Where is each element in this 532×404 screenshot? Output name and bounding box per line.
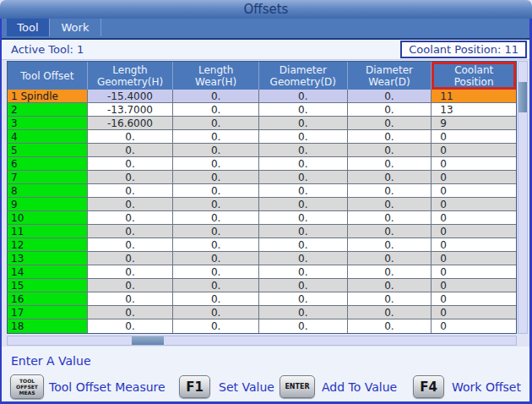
offset-value-cell[interactable]: 0. [348,171,432,184]
offset-value-cell[interactable]: 0. [173,157,259,171]
offset-value-cell[interactable]: 0. [259,225,348,238]
offset-value-cell[interactable]: 0. [173,265,259,279]
offset-value-cell[interactable]: 0. [348,265,432,279]
offset-value-cell[interactable]: 0. [88,319,174,333]
offset-value-cell[interactable]: 0. [348,225,432,238]
offset-value-cell[interactable]: 0. [88,306,174,319]
tool-offset-cell[interactable]: 5 [8,144,88,157]
coolant-position-cell[interactable]: 0 [432,252,516,265]
coolant-position-cell[interactable]: 0 [432,225,516,238]
offset-value-cell[interactable]: 0. [173,90,259,103]
offset-value-cell[interactable]: 0. [259,211,348,225]
enter-key[interactable]: ENTER [280,375,315,398]
coolant-position-cell[interactable]: 0 [432,184,516,198]
coolant-position-cell[interactable]: 9 [432,117,516,130]
offset-value-cell[interactable]: 0. [88,225,174,238]
offset-value-cell[interactable]: 0. [88,144,174,157]
offset-value-cell[interactable]: 0. [88,171,174,184]
offset-value-cell[interactable]: 0. [88,265,174,279]
coolant-position-cell[interactable]: 0 [432,319,516,333]
offset-value-cell[interactable]: 0. [259,130,348,144]
offset-value-cell[interactable]: 0. [173,184,259,198]
offset-value-cell[interactable]: 0. [259,184,348,198]
offset-value-cell[interactable]: 0. [348,198,432,211]
coolant-position-cell[interactable]: 0 [432,157,516,171]
tool-offset-cell[interactable]: 15 [8,279,88,292]
offset-value-cell[interactable]: 0. [348,157,432,171]
offset-value-cell[interactable]: 0. [348,319,432,333]
offset-value-cell[interactable]: 0. [348,130,432,144]
tool-offset-cell[interactable]: 17 [8,306,88,319]
offset-value-cell[interactable]: 0. [173,130,259,144]
tool-offset-measure-key[interactable]: TOOL OFFSET MEAS [10,374,44,399]
offset-value-cell[interactable]: 0. [173,306,259,319]
tool-offset-cell[interactable]: 14 [8,265,88,279]
offset-value-cell[interactable]: 0. [259,90,348,103]
offset-value-cell[interactable]: 0. [173,103,259,117]
offset-value-cell[interactable]: 0. [259,157,348,171]
tool-offset-cell[interactable]: 13 [8,252,88,265]
tab-tool[interactable]: Tool [7,19,49,36]
f1-key[interactable]: F1 [179,375,210,398]
coolant-position-cell[interactable]: 0 [432,306,516,319]
offset-value-cell[interactable]: 0. [259,171,348,184]
tool-offset-cell[interactable]: 10 [8,211,88,225]
offset-value-cell[interactable]: 0. [88,279,174,292]
vertical-scrollbar[interactable] [518,61,528,334]
offset-value-cell[interactable]: 0. [348,238,432,252]
tool-offset-cell[interactable]: 7 [8,171,88,184]
coolant-position-cell[interactable]: 11 [432,90,516,103]
offset-value-cell[interactable]: 0. [348,292,432,306]
offset-value-cell[interactable]: 0. [259,198,348,211]
offset-value-cell[interactable]: -15.4000 [88,90,174,103]
coolant-position-cell[interactable]: 0 [432,171,516,184]
tool-offset-cell[interactable]: 12 [8,238,88,252]
tool-offset-cell[interactable]: 9 [8,198,88,211]
offset-value-cell[interactable]: 0. [88,292,174,306]
offset-value-cell[interactable]: 0. [348,144,432,157]
offset-value-cell[interactable]: 0. [88,198,174,211]
tool-offset-cell[interactable]: 8 [8,184,88,198]
coolant-position-cell[interactable]: 0 [432,279,516,292]
offset-value-cell[interactable]: 0. [173,198,259,211]
offset-value-cell[interactable]: 0. [348,117,432,130]
offset-value-cell[interactable]: 0. [259,292,348,306]
offset-value-cell[interactable]: 0. [173,144,259,157]
offset-value-cell[interactable]: 0. [173,279,259,292]
tool-offset-cell[interactable]: 18 [8,319,88,333]
offset-value-cell[interactable]: 0. [259,306,348,319]
offset-value-cell[interactable]: 0. [259,265,348,279]
coolant-position-cell[interactable]: 0 [432,211,516,225]
offset-value-cell[interactable]: 0. [348,279,432,292]
offset-value-cell[interactable]: 0. [348,90,432,103]
offset-value-cell[interactable]: 0. [173,225,259,238]
offset-value-cell[interactable]: 0. [348,211,432,225]
coolant-position-cell[interactable]: 0 [432,198,516,211]
offset-value-cell[interactable]: 0. [259,279,348,292]
offset-value-cell[interactable]: 0. [173,211,259,225]
coolant-position-cell[interactable]: 0 [432,130,516,144]
tool-offset-cell[interactable]: 3 [8,117,88,130]
offset-value-cell[interactable]: 0. [88,252,174,265]
coolant-position-cell[interactable]: 0 [432,265,516,279]
offset-value-cell[interactable]: 0. [88,238,174,252]
offset-value-cell[interactable]: 0. [259,252,348,265]
offset-value-cell[interactable]: 0. [259,319,348,333]
tool-offset-cell[interactable]: 4 [8,130,88,144]
offset-value-cell[interactable]: 0. [173,171,259,184]
coolant-position-cell[interactable]: 13 [432,103,516,117]
offset-value-cell[interactable]: 0. [348,184,432,198]
offset-value-cell[interactable]: 0. [88,157,174,171]
offset-value-cell[interactable]: 0. [348,252,432,265]
coolant-position-cell[interactable]: 0 [432,144,516,157]
offset-value-cell[interactable]: 0. [348,103,432,117]
coolant-position-cell[interactable]: 0 [432,238,516,252]
horizontal-scrollbar-thumb[interactable] [132,336,164,345]
offset-value-cell[interactable]: 0. [88,184,174,198]
tool-offset-cell[interactable]: 6 [8,157,88,171]
offset-value-cell[interactable]: 0. [88,211,174,225]
offset-value-cell[interactable]: 0. [259,103,348,117]
offset-value-cell[interactable]: 0. [259,117,348,130]
offset-value-cell[interactable]: 0. [348,306,432,319]
offset-value-cell[interactable]: 0. [173,292,259,306]
